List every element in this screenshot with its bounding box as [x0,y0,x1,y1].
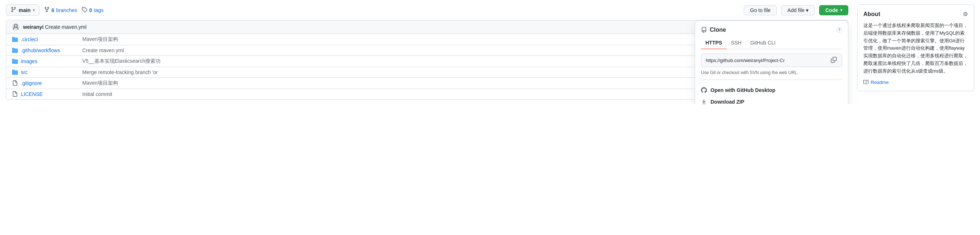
add-file-label: Add file [787,7,805,13]
code-label: Code [825,7,838,13]
add-file-chevron-icon: ▾ [806,7,808,13]
tag-icon [81,6,88,14]
tags-link[interactable]: 0 tags [81,6,103,14]
file-name[interactable]: .gitignore [21,80,80,86]
clone-url-row: https://github.com/weiranyi/Project-Cr [701,54,842,67]
chevron-down-icon: ▾ [33,8,35,12]
about-section: About ⚙ 这是一个通过多线程来爬取新闻页面的一个项目，后端使用数据库来存储… [857,5,974,91]
copy-url-button[interactable] [830,56,837,65]
tags-label: tags [94,7,103,13]
clone-url-text: https://github.com/weiranyi/Project-Cr [706,58,827,63]
commit-message: Create maven.yml [45,24,87,30]
help-label: ? [838,28,840,32]
readme-label: Readme [871,80,889,85]
sidebar: About ⚙ 这是一个通过多线程来爬取新闻页面的一个项目，后端使用数据库来存储… [857,5,974,99]
add-file-button[interactable]: Add file ▾ [781,5,815,15]
branch-icon [11,6,16,14]
commit-username: weiranyi [23,24,43,30]
clone-header: Clone ? [701,27,842,33]
about-title: About [863,11,880,17]
gear-icon[interactable]: ⚙ [963,11,968,17]
tab-https[interactable]: HTTPS [701,38,727,49]
tab-ssh[interactable]: SSH [727,38,746,49]
branches-label: branches [56,7,77,13]
tab-github-cli[interactable]: GitHub CLI [746,38,780,49]
clone-hint: Use Git or checkout with SVN using the w… [701,70,842,75]
avatar [12,24,19,31]
download-zip-action[interactable]: Download ZIP [701,96,842,104]
clone-help-button[interactable]: ? [836,27,842,33]
branches-count: 6 [52,7,54,13]
commit-info: weiranyi Create maven.yml [23,24,87,30]
branches-link[interactable]: 6 branches [44,6,77,14]
about-description: 这是一个通过多线程来爬取新闻页面的一个项目，后端使用数据库来存储数据，使用了My… [863,22,968,75]
file-name[interactable]: LICENSE [21,91,80,97]
file-name[interactable]: .github/workflows [21,47,80,53]
clone-title-text: Clone [710,27,726,33]
download-zip-label: Download ZIP [711,99,745,104]
file-name[interactable]: .circleci [21,36,80,42]
branch-name: main [19,7,31,13]
clone-title: Clone [701,27,726,33]
clone-tabs: HTTPS SSH GitHub CLI [701,38,842,49]
tags-count: 0 [89,7,92,13]
file-name[interactable]: images [21,58,80,64]
open-desktop-action[interactable]: Open with GitHub Desktop [701,84,842,96]
about-header: About ⚙ [863,11,968,17]
readme-link[interactable]: Readme [863,80,968,85]
go-to-file-button[interactable]: Go to file [744,5,777,15]
branch-selector[interactable]: main ▾ [6,5,40,16]
fork-icon [44,6,50,14]
code-button[interactable]: Code ▾ [819,5,848,15]
file-name[interactable]: src [21,69,80,75]
code-chevron-icon: ▾ [840,8,842,12]
open-desktop-label: Open with GitHub Desktop [711,87,775,93]
clone-dropdown: Clone ? HTTPS SSH GitHub CLI https://git… [695,21,848,104]
